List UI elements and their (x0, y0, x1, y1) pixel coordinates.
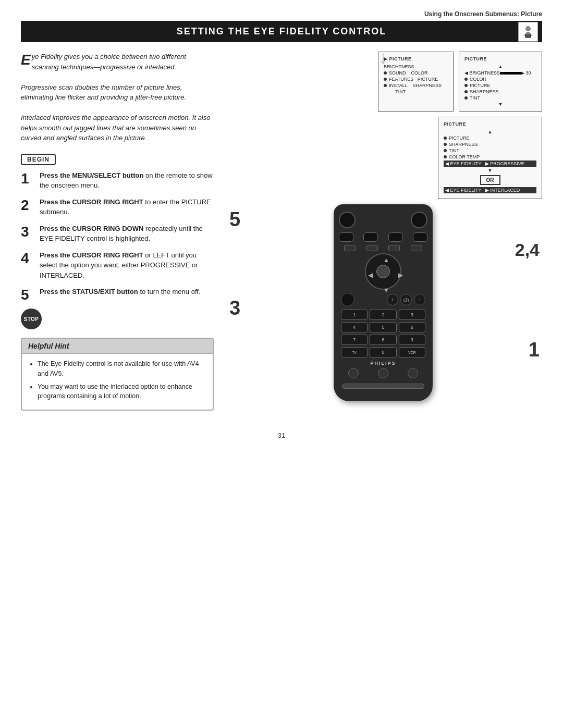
philips-logo: PHILIPS (339, 361, 427, 366)
step-overlay-24: 2,4 (515, 241, 540, 258)
step-2-bold: Press the CURSOR RING RIGHT (40, 198, 143, 206)
or-box: OR (444, 175, 536, 185)
step-3-number: 3 (21, 225, 35, 239)
num-2[interactable]: 2 (370, 310, 396, 320)
num-1[interactable]: 1 (341, 310, 368, 320)
num-8[interactable]: 8 (370, 335, 396, 345)
main-content: Eye Fidelity gives you a choice between … (21, 52, 542, 411)
step-overlay-3: 3 (229, 298, 240, 318)
pip-ch-btn[interactable] (366, 245, 378, 251)
numpad: 1 2 3 4 5 6 7 8 9 TV 0 VCR (341, 310, 425, 357)
step-4: 4 Press the CURSOR RING RIGHT or LEFT un… (21, 250, 214, 281)
svg-rect-1 (525, 34, 531, 38)
step-1-bold: Press the MENU/SELECT button (40, 171, 143, 179)
page-number: 31 (21, 431, 542, 439)
right-col-inner: ▶ PICTURE BRIGHTNESS SOUND COLOR FEATURE… (224, 52, 542, 401)
bottom-btns (339, 368, 427, 378)
screen-1: ▶ PICTURE BRIGHTNESS SOUND COLOR FEATURE… (378, 52, 454, 112)
num-vcr[interactable]: VCR (399, 347, 425, 357)
step-2-number: 2 (21, 198, 35, 213)
num-5[interactable]: 5 (370, 322, 396, 332)
steps-list: 1 Press the MENU/SELECT button on the re… (21, 170, 214, 303)
bottom-btn-2[interactable] (378, 368, 388, 378)
stop-circle: STOP (21, 309, 42, 329)
intro-para2: Progressive scan doubles the number of p… (21, 82, 214, 103)
step-2-content: Press the CURSOR RING RIGHT to enter the… (40, 197, 214, 217)
screen-2: PICTURE ▲ ◀ BRIGHTNESS ▶ 30 COLOR PICTUR… (459, 52, 542, 112)
ch-up-btn[interactable] (344, 245, 356, 251)
sound-btn[interactable] (341, 293, 354, 306)
num-6[interactable]: 6 (399, 322, 425, 332)
sound-pip-row: + ch − (339, 293, 427, 306)
svg-point-0 (525, 26, 531, 31)
power-button[interactable] (339, 212, 356, 228)
step-3-content: Press the CURSOR RING DOWN repeatedly un… (40, 224, 214, 244)
hint-item-1: The Eye Fidelity control is not availabl… (38, 359, 206, 379)
transport-row (339, 232, 427, 242)
step-5-content: Press the STATUS/EXIT button to turn the… (40, 287, 214, 297)
screens-top: ▶ PICTURE BRIGHTNESS SOUND COLOR FEATURE… (224, 52, 542, 112)
step-1: 1 Press the MENU/SELECT button on the re… (21, 170, 214, 191)
screen-3: PICTURE ▲ PICTURE SHARPNESS TINT COLOR T… (438, 117, 542, 199)
hint-header: Helpful Hint (22, 339, 213, 354)
step-5-number: 5 (21, 288, 35, 302)
remote-area: 5 2,4 3 1 (224, 204, 542, 401)
num-7[interactable]: 7 (341, 335, 368, 345)
stop-icon-area: STOP (21, 309, 214, 329)
step-1-content: Press the MENU/SELECT button on the remo… (40, 170, 214, 191)
begin-label-wrapper: BEGIN (21, 150, 214, 170)
step-5: 5 Press the STATUS/EXIT button to turn t… (21, 287, 214, 302)
top-label: Using the Onscreen Submenus: Picture (21, 10, 542, 18)
small-btns-row (339, 245, 427, 251)
dpad: ▲ ▼ ◀ ▶ (365, 253, 401, 290)
num-0[interactable]: 0 (370, 347, 396, 357)
intro-text: Eye Fidelity gives you a choice between … (21, 52, 214, 143)
vol-plus[interactable]: + (387, 294, 398, 305)
remote-bottom-bar (342, 384, 424, 389)
freeze-btn[interactable] (411, 245, 422, 251)
num-3[interactable]: 3 (399, 310, 425, 320)
step-overlay-1: 1 (529, 340, 540, 360)
step-4-bold: Press the CURSOR RING RIGHT (40, 251, 143, 259)
step-4-content: Press the CURSOR RING RIGHT or LEFT unti… (40, 250, 214, 281)
right-column: ▶ PICTURE BRIGHTNESS SOUND COLOR FEATURE… (224, 52, 542, 411)
page-title: Setting the Eye Fidelity Control (177, 26, 387, 36)
num-4[interactable]: 4 (341, 322, 368, 332)
title-icon (518, 22, 538, 42)
remote-top-section (339, 212, 427, 228)
play-btn[interactable] (363, 232, 378, 242)
aux-button[interactable] (411, 212, 427, 228)
ffwd-btn[interactable] (413, 232, 427, 242)
dpad-center[interactable] (376, 265, 390, 278)
step-2: 2 Press the CURSOR RING RIGHT to enter t… (21, 197, 214, 217)
ch-btn[interactable]: ch (400, 294, 412, 305)
step-3-bold: Press the CURSOR RING DOWN (40, 225, 143, 232)
begin-label: BEGIN (21, 154, 56, 165)
bottom-btn-1[interactable] (348, 368, 359, 378)
remote-control: ▲ ▼ ◀ ▶ + ch − (334, 204, 433, 401)
vol-minus[interactable]: − (414, 294, 425, 305)
control-btn[interactable] (388, 245, 400, 251)
rewind-btn[interactable] (339, 232, 353, 242)
arrow-decoration: ↓ (378, 46, 388, 68)
num-9[interactable]: 9 (399, 335, 425, 345)
screens-bottom: PICTURE ▲ PICTURE SHARPNESS TINT COLOR T… (224, 117, 542, 199)
drop-cap: E (21, 53, 31, 67)
bottom-btn-3[interactable] (408, 368, 418, 378)
intro-para1: ye Fidelity gives you a choice between t… (32, 53, 186, 71)
hint-item-2: You may want to use the interlaced optio… (38, 382, 206, 402)
step-5-bold: Press the STATUS/EXIT button (40, 288, 138, 295)
page-wrapper: Using the Onscreen Submenus: Picture Set… (0, 0, 563, 728)
step-4-number: 4 (21, 251, 35, 266)
step-3: 3 Press the CURSOR RING DOWN repeatedly … (21, 224, 214, 244)
intro-para3: Interlaced improves the appearance of on… (21, 113, 214, 143)
num-tv[interactable]: TV (341, 347, 368, 357)
left-column: Eye Fidelity gives you a choice between … (21, 52, 214, 411)
step-overlay-5: 5 (229, 209, 240, 229)
helpful-hint-box: Helpful Hint The Eye Fidelity control is… (21, 338, 214, 411)
stop-btn[interactable] (388, 232, 403, 242)
step-1-number: 1 (21, 171, 35, 186)
hint-body: The Eye Fidelity control is not availabl… (22, 354, 213, 410)
title-bar: Setting the Eye Fidelity Control (21, 21, 542, 42)
